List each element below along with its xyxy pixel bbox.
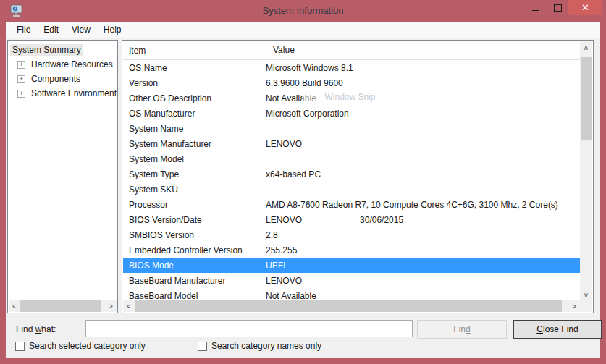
tree-item-components[interactable]: +Components — [8, 72, 117, 86]
search-selected-category-checkbox[interactable] — [15, 342, 25, 351]
detail-pane: Item Value OS NameMicrosoft Windows 8.1V… — [122, 40, 594, 313]
item-cell: System Type — [123, 169, 266, 179]
value-cell: 255.255 — [266, 245, 580, 255]
grid-header: Item Value — [123, 41, 580, 60]
table-row-baseboard-model[interactable]: BaseBoard ModelNot Available — [123, 288, 580, 300]
grid-vscroll-thumb[interactable] — [581, 57, 592, 140]
value-cell: 6.3.9600 Build 9600 — [266, 78, 580, 88]
grid-horizontal-scrollbar[interactable]: < > — [123, 300, 580, 312]
tree-item-label: Hardware Resources — [29, 59, 115, 70]
value-cell: UEFI — [266, 261, 580, 271]
expand-plus-icon[interactable]: + — [17, 75, 25, 83]
scroll-left-icon[interactable]: < — [9, 300, 20, 312]
scroll-right-icon[interactable]: > — [568, 300, 580, 312]
menu-item-edit[interactable]: Edit — [37, 22, 65, 38]
expand-plus-icon[interactable]: + — [17, 90, 25, 98]
value-cell: LENOVO — [266, 276, 580, 286]
table-row-bios-mode[interactable]: BIOS ModeUEFI — [123, 258, 580, 273]
client-area: System Summary+Hardware Resources+Compon… — [6, 38, 600, 358]
maximize-icon — [554, 4, 562, 12]
table-row-os-manufacturer[interactable]: OS ManufacturerMicrosoft Corporation — [123, 106, 580, 121]
close-find-button[interactable]: Close Find — [513, 320, 602, 339]
grid-vertical-scrollbar[interactable]: ∧ ∨ — [580, 41, 592, 300]
column-header-item[interactable]: Item — [123, 46, 266, 56]
item-cell: BaseBoard Model — [123, 291, 266, 300]
table-row-smbios-version[interactable]: SMBIOS Version2.8 — [123, 227, 580, 242]
search-selected-category-label: Search selected category only — [29, 341, 146, 351]
value-cell: LENOVO 30/06/2015 — [266, 215, 580, 225]
table-row-system-model[interactable]: System Model — [123, 151, 580, 166]
close-icon: ✕ — [581, 2, 589, 13]
tree-item-label: Components — [29, 73, 83, 85]
minimize-button[interactable] — [525, 0, 547, 15]
item-cell: OS Name — [123, 63, 266, 73]
item-cell: BaseBoard Manufacturer — [123, 276, 266, 286]
maximize-button[interactable] — [547, 0, 568, 15]
item-cell: Version — [123, 78, 266, 88]
system-information-window: i System Information ✕ FileEditViewHelp … — [0, 0, 606, 364]
value-cell: x64-based PC — [266, 169, 580, 179]
value-cell: 2.8 — [266, 230, 580, 240]
search-category-names-label: Search category names only — [211, 341, 321, 351]
menu-item-help[interactable]: Help — [97, 22, 128, 38]
menu-item-view[interactable]: View — [65, 22, 97, 38]
menu-item-file[interactable]: File — [10, 22, 37, 38]
item-cell: Other OS Description — [123, 93, 266, 103]
expand-plus-icon[interactable]: + — [17, 61, 25, 69]
item-cell: System SKU — [123, 185, 266, 195]
column-header-value[interactable]: Value — [266, 41, 580, 59]
value-cell: Not Available — [266, 93, 580, 103]
item-cell: Embedded Controller Version — [123, 245, 266, 255]
find-input[interactable] — [85, 320, 413, 337]
category-tree-pane: System Summary+Hardware Resources+Compon… — [7, 40, 118, 313]
close-button[interactable]: ✕ — [568, 0, 602, 15]
tree-hscroll-thumb[interactable] — [20, 300, 101, 312]
value-cell: Not Available — [266, 291, 580, 300]
scroll-left-icon[interactable]: < — [123, 300, 135, 312]
table-row-bios-version-date[interactable]: BIOS Version/DateLENOVO 30/06/2015 — [123, 212, 580, 227]
value-cell: AMD A8-7600 Radeon R7, 10 Compute Cores … — [266, 200, 580, 210]
window-title: System Information — [0, 5, 606, 16]
find-button[interactable]: Find — [417, 320, 507, 339]
tree-item-system-summary[interactable]: System Summary — [8, 43, 117, 57]
table-row-baseboard-manufacturer[interactable]: BaseBoard ManufacturerLENOVO — [123, 273, 580, 288]
item-cell: OS Manufacturer — [123, 109, 266, 119]
value-cell: Microsoft Corporation — [266, 109, 580, 119]
item-cell: System Name — [123, 124, 266, 134]
menu-bar: FileEditViewHelp — [6, 22, 600, 38]
table-row-system-name[interactable]: System Name — [123, 121, 580, 136]
item-cell: BIOS Mode — [123, 261, 266, 271]
value-cell: Microsoft Windows 8.1 — [266, 63, 580, 73]
table-row-version[interactable]: Version6.3.9600 Build 9600 — [123, 75, 580, 90]
item-cell: BIOS Version/Date — [123, 215, 266, 225]
table-row-embedded-controller-version[interactable]: Embedded Controller Version255.255 — [123, 242, 580, 258]
search-category-names-checkbox[interactable] — [198, 342, 207, 351]
grid-hscroll-thumb[interactable] — [135, 300, 562, 312]
minimize-icon — [532, 10, 539, 11]
scrollbar-corner — [580, 300, 592, 312]
scroll-up-icon[interactable]: ∧ — [580, 41, 592, 53]
grid-rows: OS NameMicrosoft Windows 8.1Version6.3.9… — [123, 60, 580, 300]
item-cell: System Model — [123, 154, 266, 164]
table-row-system-type[interactable]: System Typex64-based PC — [123, 166, 580, 182]
table-row-system-manufacturer[interactable]: System ManufacturerLENOVO — [123, 136, 580, 151]
scroll-down-icon[interactable]: ∨ — [580, 289, 592, 300]
find-what-label: Find what: — [16, 324, 56, 334]
item-cell: System Manufacturer — [123, 139, 266, 149]
table-row-other-os-description[interactable]: Other OS DescriptionNot Available — [123, 90, 580, 106]
table-row-os-name[interactable]: OS NameMicrosoft Windows 8.1 — [123, 60, 580, 75]
table-row-processor[interactable]: ProcessorAMD A8-7600 Radeon R7, 10 Compu… — [123, 197, 580, 212]
tree-item-label: System Summary — [10, 44, 83, 56]
tree-horizontal-scrollbar[interactable]: < > — [9, 300, 117, 312]
item-cell: SMBIOS Version — [123, 230, 266, 240]
value-cell: LENOVO — [266, 139, 580, 149]
table-row-system-sku[interactable]: System SKU — [123, 182, 580, 197]
tree-item-software-environment[interactable]: +Software Environment — [8, 86, 117, 101]
item-cell: Processor — [123, 200, 266, 210]
tree-item-hardware-resources[interactable]: +Hardware Resources — [8, 57, 117, 72]
scroll-right-icon[interactable]: > — [105, 300, 117, 312]
tree-item-label: Software Environment — [29, 88, 117, 99]
title-bar[interactable]: i System Information ✕ — [0, 0, 606, 22]
category-tree: System Summary+Hardware Resources+Compon… — [8, 43, 117, 300]
